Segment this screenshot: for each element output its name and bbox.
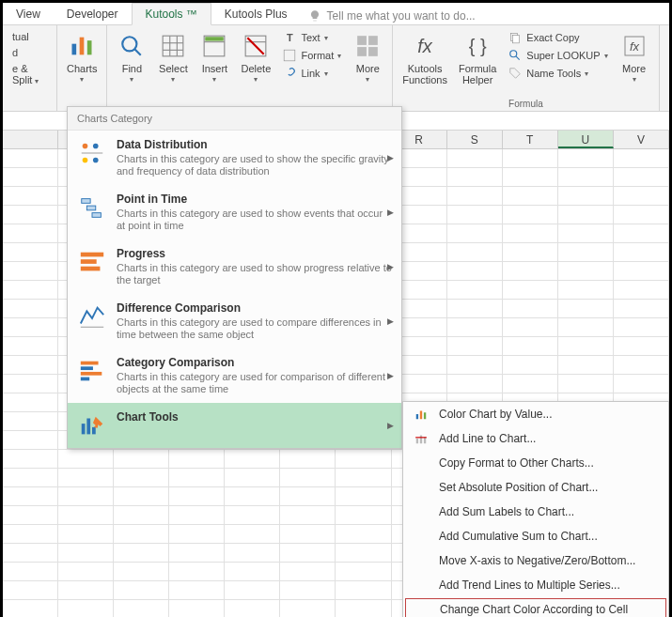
braces-icon: { }	[462, 31, 492, 61]
insert-button[interactable]: Insert▾	[194, 27, 235, 85]
item-desc: Charts in this category are used to show…	[117, 153, 392, 177]
search-icon	[117, 31, 147, 61]
item-label: Set Absolute Position of Chart...	[439, 481, 598, 494]
column-header[interactable]: V	[614, 131, 669, 148]
submenu-item[interactable]: Add Trend Lines to Multiple Series...	[403, 573, 668, 597]
submenu-item[interactable]: Color Chart by Value...	[403, 402, 668, 426]
item-icon	[413, 431, 430, 446]
category-icon	[77, 410, 107, 440]
column-header[interactable]: T	[503, 131, 558, 148]
category-icon	[77, 193, 107, 223]
item-title: Data Distribution	[117, 138, 392, 151]
tab-kutoolsplus[interactable]: Kutools Plus	[211, 4, 301, 24]
super-lookup-button[interactable]: Super LOOKUP ▾	[506, 47, 609, 64]
select-button[interactable]: Select▾	[152, 27, 194, 85]
exact-copy-button[interactable]: Exact Copy	[506, 29, 609, 46]
tell-me[interactable]: Tell me what you want to do...	[301, 8, 483, 24]
item-label: Add Trend Lines to Multiple Series...	[439, 578, 620, 592]
svg-rect-34	[92, 213, 101, 218]
charts-category-menu: Charts Category Data DistributionCharts …	[67, 106, 402, 449]
tag-icon	[508, 66, 523, 81]
more-icon	[352, 31, 383, 61]
svg-point-27	[83, 144, 88, 149]
chevron-right-icon: ▶	[387, 262, 394, 271]
item-desc: Charts in this category are used to show…	[117, 262, 392, 286]
chart-tools-submenu: Color Chart by Value...Add Line to Chart…	[402, 401, 669, 617]
fx-box-icon: fx	[619, 31, 649, 61]
tab-view[interactable]: View	[3, 4, 54, 24]
kutools-functions-button[interactable]: fx Kutools Functions	[397, 27, 453, 87]
svg-rect-1	[80, 38, 85, 55]
submenu-item[interactable]: Move X-axis to Negative/Zero/Bottom...	[403, 548, 668, 573]
svg-rect-47	[420, 411, 422, 420]
svg-rect-36	[81, 259, 97, 264]
charts-button[interactable]: Charts▾	[61, 27, 102, 85]
more-button-1[interactable]: More▾	[347, 27, 388, 85]
format-icon	[282, 48, 297, 63]
submenu-item[interactable]: Set Absolute Position of Chart...	[403, 475, 668, 500]
menu-item-difference-comparison[interactable]: Difference ComparisonCharts in this cate…	[68, 294, 401, 348]
name-tools-button[interactable]: Name Tools ▾	[506, 65, 609, 82]
column-header[interactable]: U	[558, 131, 614, 148]
submenu-item[interactable]: Change Chart Color According to Cell Col…	[405, 598, 666, 617]
item-label: Change Chart Color According to Cell Col…	[440, 603, 658, 617]
svg-rect-44	[86, 419, 90, 435]
item-label: Copy Format to Other Charts...	[439, 456, 594, 470]
svg-rect-46	[416, 414, 418, 419]
svg-rect-50	[420, 436, 422, 444]
column-header[interactable]: S	[447, 131, 503, 148]
item-icon	[413, 480, 430, 495]
text-button[interactable]: TText ▾	[280, 29, 343, 46]
svg-text:fx: fx	[630, 39, 640, 54]
format-button[interactable]: Format ▾	[280, 47, 343, 64]
menu-item-chart-tools[interactable]: Chart Tools▶	[68, 403, 401, 448]
svg-line-4	[135, 49, 142, 55]
column-header[interactable]	[3, 131, 58, 148]
menu-item-data-distribution[interactable]: Data DistributionCharts in this category…	[68, 131, 401, 185]
menu-item-point-in-time[interactable]: Point in TimeCharts in this category are…	[68, 185, 401, 239]
svg-rect-16	[285, 50, 296, 61]
link-icon	[282, 66, 297, 81]
item-label: Add Cumulative Sum to Chart...	[439, 530, 598, 543]
menu-item-category-comparison[interactable]: Category ComparisonCharts in this catego…	[68, 348, 401, 403]
submenu-item[interactable]: Add Sum Labels to Chart...	[403, 500, 668, 524]
link-button[interactable]: Link ▾	[280, 65, 343, 82]
tab-developer[interactable]: Developer	[54, 4, 132, 24]
delete-icon	[241, 31, 271, 61]
item-desc: Charts in this category are used to comp…	[117, 316, 392, 341]
chevron-right-icon: ▶	[387, 371, 394, 380]
menu-item-progress[interactable]: ProgressCharts in this category are used…	[68, 239, 401, 294]
lightbulb-icon	[308, 9, 321, 23]
svg-rect-33	[86, 206, 95, 210]
chevron-right-icon: ▶	[387, 421, 394, 430]
submenu-item[interactable]: Add Cumulative Sum to Chart...	[403, 524, 668, 548]
svg-point-28	[93, 144, 99, 149]
formula-helper-button[interactable]: { } Formula Helper	[453, 27, 502, 87]
more-button-2[interactable]: fx More▾	[614, 27, 655, 85]
svg-rect-39	[81, 362, 99, 365]
chevron-right-icon: ▶	[387, 153, 394, 162]
find-button[interactable]: Find▾	[111, 27, 152, 85]
insert-icon	[199, 31, 229, 61]
group-label-formula: Formula	[397, 98, 654, 111]
svg-point-31	[93, 158, 99, 163]
item-title: Category Comparison	[117, 356, 392, 369]
submenu-item[interactable]: Copy Format to Other Charts...	[403, 451, 668, 475]
partial-3[interactable]: e & Split ▾	[10, 61, 49, 87]
delete-button[interactable]: Delete▾	[235, 27, 276, 85]
tab-kutools[interactable]: Kutools ™	[132, 3, 211, 25]
item-title: Point in Time	[117, 193, 392, 206]
svg-rect-42	[81, 378, 89, 381]
chart-icon	[67, 31, 97, 61]
svg-rect-0	[72, 44, 77, 55]
svg-rect-19	[357, 47, 367, 56]
item-icon	[413, 529, 430, 544]
svg-rect-37	[81, 267, 101, 271]
submenu-item[interactable]: Add Line to Chart...	[403, 426, 668, 451]
fx-icon: fx	[410, 31, 440, 61]
svg-rect-22	[513, 36, 520, 43]
ribbon: tual d e & Split ▾ Charts▾ Find▾	[3, 25, 669, 112]
item-title: Difference Comparison	[117, 301, 392, 315]
item-title: Chart Tools	[117, 410, 392, 424]
svg-rect-17	[357, 36, 367, 45]
